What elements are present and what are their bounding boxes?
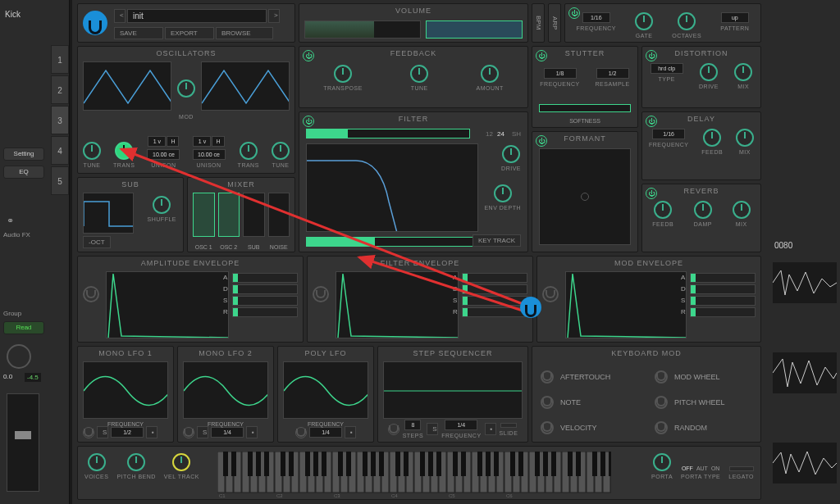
sub-oct[interactable]: -OCT xyxy=(83,236,111,248)
automation-read[interactable]: Read xyxy=(3,321,44,334)
pan-knob[interactable] xyxy=(7,344,31,369)
osc1-wave[interactable] xyxy=(83,61,171,111)
seq-sync[interactable]: ▪ xyxy=(485,423,496,435)
amp-s[interactable]: S xyxy=(232,296,298,306)
arp-gate-knob[interactable] xyxy=(635,12,653,30)
volume-slider[interactable] xyxy=(304,20,421,39)
filter-type-slider[interactable] xyxy=(306,129,470,138)
track-2[interactable]: 2 xyxy=(51,75,69,104)
audio-clip-3[interactable] xyxy=(773,443,837,484)
filter-env-depth[interactable] xyxy=(494,184,512,202)
filter-cutoff-slider[interactable] xyxy=(306,237,478,247)
lfo1-sync[interactable]: ▪ xyxy=(146,426,158,438)
mod-mod-source[interactable] xyxy=(542,286,559,302)
browse-button[interactable]: BROWSE xyxy=(216,27,273,39)
feedback-power[interactable]: ⏻ xyxy=(303,50,314,61)
audio-fx-label[interactable]: Audio FX xyxy=(3,231,30,238)
seq-display[interactable] xyxy=(383,361,523,419)
polylfo-sync[interactable]: ▪ xyxy=(345,426,356,438)
lfo1-display[interactable] xyxy=(83,361,168,419)
km-random[interactable] xyxy=(655,421,668,434)
reverb-damp[interactable] xyxy=(694,201,712,219)
amp-env-display[interactable] xyxy=(106,271,229,338)
mixer-osc1[interactable] xyxy=(193,193,215,237)
filter-power[interactable]: ⏻ xyxy=(303,116,314,127)
audio-clip-1[interactable] xyxy=(773,262,837,303)
reverb-feedb[interactable] xyxy=(654,201,672,219)
dist-power[interactable]: ⏻ xyxy=(646,50,657,61)
fb-transpose[interactable] xyxy=(334,65,352,83)
link-icon[interactable]: ⚭ xyxy=(7,216,14,226)
track-3[interactable]: 3 xyxy=(51,106,69,134)
delay-feedb[interactable] xyxy=(703,129,721,147)
export-button[interactable]: EXPORT xyxy=(165,27,214,39)
menv-s[interactable]: S xyxy=(690,296,756,306)
km-note[interactable] xyxy=(541,396,554,409)
fenv-s[interactable]: S xyxy=(462,296,527,306)
km-velocity[interactable] xyxy=(541,421,554,434)
osc2-wave[interactable] xyxy=(201,61,290,111)
filter-key-track[interactable]: KEY TRACK xyxy=(472,234,521,247)
fenv-a[interactable]: A xyxy=(462,273,527,283)
veltrack-knob[interactable] xyxy=(172,453,190,471)
fb-tune[interactable] xyxy=(410,65,428,83)
formant-xy[interactable] xyxy=(539,148,631,245)
delay-power[interactable]: ⏻ xyxy=(646,116,657,127)
mixer-noise[interactable] xyxy=(268,193,290,237)
arp-octaves-knob[interactable] xyxy=(678,12,696,30)
amp-d[interactable]: D xyxy=(232,284,298,294)
softness-slider[interactable] xyxy=(539,104,631,112)
keyboard[interactable]: C1C2C3C4C5C6 xyxy=(217,452,611,497)
osc2-tune[interactable] xyxy=(272,142,290,160)
seq-slide[interactable] xyxy=(500,423,517,428)
reverb-mix[interactable] xyxy=(733,201,751,219)
km-aftertouch[interactable] xyxy=(541,370,554,384)
sub-wave[interactable] xyxy=(83,193,134,234)
menv-d[interactable]: D xyxy=(690,284,756,294)
amp-r[interactable]: R xyxy=(232,307,298,317)
filter-mod-source[interactable] xyxy=(313,286,329,302)
fb-amount[interactable] xyxy=(481,65,499,83)
legato-btn[interactable] xyxy=(729,466,754,471)
km-modwheel[interactable] xyxy=(655,370,668,384)
mixer-sub[interactable] xyxy=(243,193,265,237)
stutter-power[interactable]: ⏻ xyxy=(536,50,547,61)
save-button[interactable]: SAVE xyxy=(114,27,163,39)
arp-label[interactable]: ARP xyxy=(548,3,561,43)
reverb-power[interactable]: ⏻ xyxy=(646,188,657,199)
lfo2-sync[interactable]: ▪ xyxy=(246,426,258,438)
voices-knob[interactable] xyxy=(88,453,106,471)
eq-button[interactable]: EQ xyxy=(3,166,44,179)
track-4[interactable]: 4 xyxy=(51,136,69,165)
fenv-r[interactable]: R xyxy=(462,307,527,317)
delay-mix[interactable] xyxy=(736,129,754,147)
arp-pattern[interactable]: up xyxy=(721,12,749,23)
filter-display[interactable] xyxy=(306,143,478,232)
osc1-tune[interactable] xyxy=(83,142,101,160)
formant-power[interactable]: ⏻ xyxy=(536,135,547,147)
dist-mix[interactable] xyxy=(734,63,752,81)
mixer-osc2[interactable] xyxy=(218,193,240,237)
volume-fader[interactable] xyxy=(7,393,39,492)
sub-shuffle-knob[interactable] xyxy=(153,196,171,214)
polylfo-display[interactable] xyxy=(283,361,368,419)
dist-drive[interactable] xyxy=(700,63,718,81)
osc1-trans[interactable] xyxy=(115,142,133,160)
polylfo-source[interactable] xyxy=(295,427,307,438)
seq-source[interactable] xyxy=(388,424,399,435)
track-5[interactable]: 5 xyxy=(51,166,69,195)
mod-env-display[interactable] xyxy=(565,271,687,338)
porta-knob[interactable] xyxy=(653,453,671,471)
menv-r[interactable]: R xyxy=(690,307,756,317)
setting-button[interactable]: Setting xyxy=(3,148,44,161)
preset-prev[interactable]: < xyxy=(114,9,126,23)
preset-next[interactable]: > xyxy=(268,9,280,23)
fenv-d[interactable]: D xyxy=(462,284,527,294)
amp-mod-source[interactable] xyxy=(83,286,99,302)
audio-clip-2[interactable] xyxy=(773,352,837,393)
track-1[interactable]: 1 xyxy=(51,45,69,74)
amp-a[interactable]: A xyxy=(232,273,298,283)
pitchbend-knob[interactable] xyxy=(127,453,145,471)
filter-env-display[interactable] xyxy=(336,271,459,338)
osc2-trans[interactable] xyxy=(240,142,258,160)
